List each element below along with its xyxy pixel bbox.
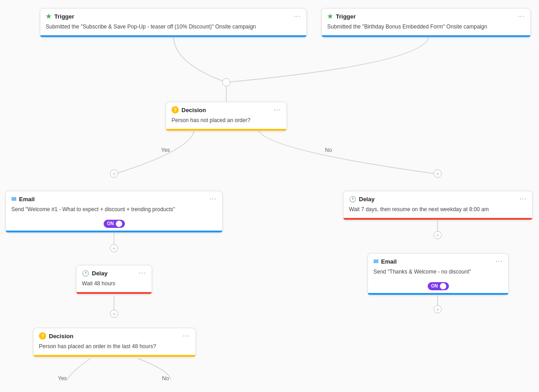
- delay-node-1: 🕐 Delay ··· Wait 48 hours: [76, 265, 152, 294]
- email2-body: Send "Thanks & Welcome - no discount": [368, 267, 508, 280]
- delay1-bar: [76, 292, 152, 294]
- plus-connector-delay2-bottom[interactable]: +: [434, 231, 442, 239]
- decision2-menu[interactable]: ···: [183, 332, 190, 340]
- email2-toggle-wrap: ON: [368, 280, 508, 293]
- email1-toggle-wrap: ON: [6, 218, 222, 231]
- email1-toggle[interactable]: ON: [104, 220, 125, 228]
- email2-toggle-label: ON: [431, 283, 438, 288]
- decision2-title: ? Decision: [39, 332, 73, 340]
- trigger1-label: Trigger: [54, 13, 74, 20]
- decision2-label: Decision: [49, 333, 73, 340]
- email1-bar: [6, 231, 222, 232]
- trigger1-star-icon: ★: [46, 13, 52, 20]
- email1-toggle-label: ON: [107, 221, 114, 226]
- delay-node-2: 🕐 Delay ··· Wait 7 days, then resume on …: [343, 191, 533, 220]
- decision1-menu[interactable]: ···: [274, 106, 281, 114]
- delay2-bar: [343, 218, 532, 220]
- trigger1-body: Submitted the "Subscribe & Save Pop-Up -…: [40, 22, 306, 35]
- decision2-header: ? Decision ···: [33, 328, 196, 342]
- trigger1-menu[interactable]: ···: [294, 12, 301, 20]
- decision1-header: ? Decision ···: [166, 102, 286, 116]
- workflow-canvas: ★ Trigger ··· Submitted the "Subscribe &…: [0, 0, 539, 392]
- delay2-menu[interactable]: ···: [520, 195, 527, 203]
- email2-header: ✉ Email ···: [368, 254, 508, 267]
- decision1-label: Decision: [181, 107, 206, 113]
- email2-title: ✉ Email: [373, 258, 397, 265]
- email1-label: Email: [19, 196, 35, 203]
- decision-node-2: ? Decision ··· Person has placed an orde…: [33, 328, 196, 357]
- delay1-title: 🕐 Delay: [82, 270, 108, 277]
- email1-icon: ✉: [11, 196, 16, 203]
- email-node-2: ✉ Email ··· Send "Thanks & Welcome - no …: [367, 253, 509, 295]
- email2-menu[interactable]: ···: [496, 257, 503, 265]
- delay1-icon: 🕐: [82, 270, 89, 277]
- delay2-label: Delay: [359, 196, 375, 203]
- trigger2-star-icon: ★: [327, 13, 333, 20]
- decision1-icon: ?: [172, 106, 179, 113]
- trigger2-header: ★ Trigger ···: [322, 9, 530, 22]
- delay1-body: Wait 48 hours: [76, 279, 152, 292]
- delay2-body: Wait 7 days, then resume on the next wee…: [343, 205, 532, 218]
- decision2-bar: [33, 355, 196, 357]
- plus-connector-right[interactable]: +: [434, 170, 442, 178]
- trigger2-bar: [322, 35, 530, 37]
- decision2-no-label: No: [162, 375, 169, 382]
- plus-connector-email1-bottom[interactable]: +: [110, 244, 118, 252]
- decision2-yes-label: Yes: [58, 375, 67, 382]
- email2-toggle[interactable]: ON: [428, 282, 449, 290]
- email1-header: ✉ Email ···: [6, 191, 222, 205]
- email-node-1: ✉ Email ··· Send "Welcome #1 - What to e…: [5, 191, 223, 233]
- delay1-menu[interactable]: ···: [139, 269, 146, 277]
- email1-title: ✉ Email: [11, 196, 35, 203]
- trigger1-title: ★ Trigger: [46, 13, 74, 20]
- decision1-yes-label: Yes: [161, 147, 170, 153]
- trigger1-header: ★ Trigger ···: [40, 9, 306, 22]
- plus-connector-left[interactable]: +: [110, 170, 118, 178]
- trigger-node-2: ★ Trigger ··· Submitted the "Birthday Bo…: [321, 8, 531, 38]
- email1-toggle-circle: [116, 221, 122, 227]
- trigger2-label: Trigger: [336, 13, 356, 20]
- delay2-title: 🕐 Delay: [349, 196, 375, 203]
- trigger-node-1: ★ Trigger ··· Submitted the "Subscribe &…: [40, 8, 307, 38]
- plus-connector-email2-bottom[interactable]: +: [434, 305, 442, 313]
- delay2-header: 🕐 Delay ···: [343, 191, 532, 205]
- delay2-icon: 🕐: [349, 196, 356, 203]
- email2-toggle-circle: [440, 283, 446, 289]
- delay1-header: 🕐 Delay ···: [76, 265, 152, 279]
- decision1-title: ? Decision: [172, 106, 206, 113]
- trigger2-title: ★ Trigger: [327, 13, 356, 20]
- email1-body: Send "Welcome #1 - What to expect + disc…: [6, 205, 222, 218]
- decision-node-1: ? Decision ··· Person has not placed an …: [166, 102, 287, 131]
- decision2-body: Person has placed an order in the last 4…: [33, 342, 196, 355]
- decision1-bar: [166, 129, 286, 131]
- decision2-icon: ?: [39, 332, 46, 340]
- delay1-label: Delay: [92, 270, 108, 277]
- email1-menu[interactable]: ···: [210, 195, 217, 203]
- email2-icon: ✉: [373, 258, 378, 265]
- decision1-body: Person has not placed an order?: [166, 116, 286, 129]
- merge-connector[interactable]: [222, 78, 230, 86]
- trigger2-menu[interactable]: ···: [518, 12, 525, 20]
- email2-label: Email: [381, 258, 397, 265]
- plus-connector-delay1-bottom[interactable]: +: [110, 310, 118, 318]
- trigger1-bar: [40, 35, 306, 37]
- trigger2-body: Submitted the "Birthday Bonus Embedded F…: [322, 22, 530, 35]
- decision1-no-label: No: [325, 147, 332, 153]
- email2-bar: [368, 293, 508, 295]
